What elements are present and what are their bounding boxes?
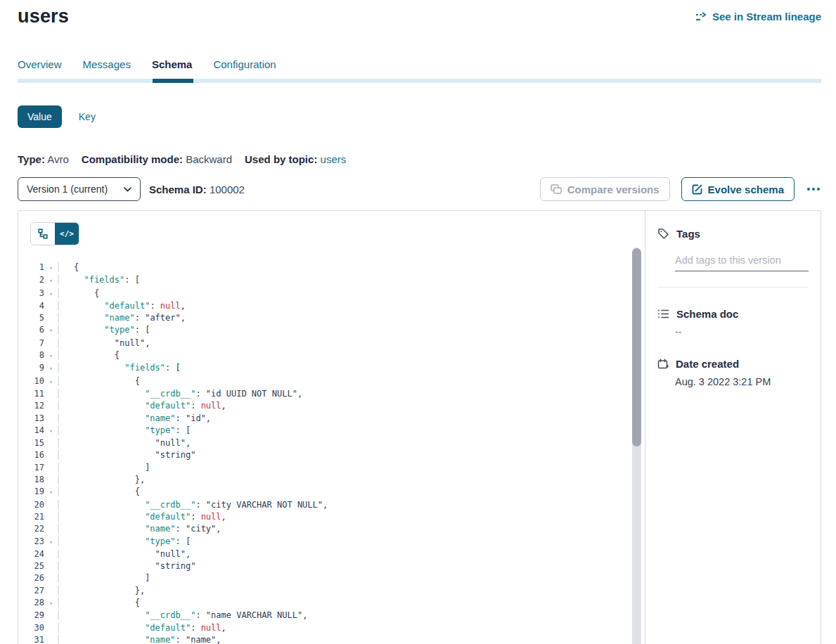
code-text: "type": [ [58,536,191,546]
code-scrollbar[interactable] [632,247,641,644]
code-line: 7"null", [18,337,645,349]
line-number: 28 [18,597,44,609]
evolve-schema-button[interactable]: Evolve schema [681,177,795,201]
code-line: 21"default": null, [18,511,645,523]
line-number: 12 [18,400,44,412]
code-line: 20"__crdb__": "city VARCHAR NOT NULL", [18,499,645,511]
code-text: { [58,487,140,496]
code-line: 29"__crdb__": "name VARCHAR NULL", [18,610,645,622]
compatibility-value: Backward [186,153,232,165]
compatibility-field: Compatibility mode: Backward [82,153,232,165]
line-number: 4 [18,300,44,312]
code-line: 13"name": "id", [18,413,645,425]
view-mode-toggle: </> [30,222,79,245]
collapse-arrow-icon[interactable]: ▾ [44,363,58,375]
more-options-icon [812,188,815,191]
schema-code-area: </> 1▾{2▾"fields": [3▾{4"default": null,… [18,211,645,644]
collapse-arrow-icon[interactable]: ▾ [44,425,58,437]
line-number: 14 [18,425,44,437]
line-number: 6 [18,324,44,336]
collapse-arrow-icon[interactable]: ▾ [44,262,58,274]
code-text: "null", [58,338,150,348]
collapse-arrow-icon[interactable]: ▾ [44,376,58,388]
collapse-arrow-icon[interactable]: ▾ [44,275,58,287]
schema-sidebar: Tags Schema do [645,211,821,644]
tab-messages[interactable]: Messages [83,58,131,70]
tab-overview[interactable]: Overview [18,58,62,70]
line-number: 2 [18,274,44,286]
collapse-arrow-icon[interactable]: ▾ [44,350,58,362]
line-number: 24 [18,548,44,560]
scrollbar-thumb[interactable] [632,248,641,446]
collapse-arrow-icon[interactable]: ▾ [44,487,58,498]
type-value: Avro [47,153,69,165]
code-line: 25"string" [18,560,645,572]
code-text: "default": null, [58,401,226,411]
collapse-arrow-icon[interactable]: ▾ [44,598,58,610]
code-text: "type": [ [58,425,191,435]
code-view-button[interactable]: </> [55,223,79,245]
code-line: 5"name": "after", [18,312,645,324]
page-title: users [18,6,69,27]
compare-versions-button[interactable]: Compare versions [540,177,670,201]
code-line: 18}, [18,474,645,486]
line-number: 1 [18,262,44,273]
code-text: "__crdb__": "id UUID NOT NULL", [58,389,302,399]
type-label: Type: [18,153,45,165]
schema-doc-section: Schema doc -- [657,308,808,337]
line-number: 18 [18,474,44,486]
code-line: 28▾{ [18,597,645,610]
tags-input[interactable] [675,255,809,271]
tab-configuration[interactable]: Configuration [213,58,276,70]
line-number: 25 [18,560,44,572]
code-text: ] [58,573,150,583]
more-options-icon [817,188,820,191]
value-toggle-button[interactable]: Value [18,105,62,128]
code-line: 3▾{ [18,288,645,300]
tags-heading: Tags [657,228,808,240]
code-text: "name": "name", [58,635,221,644]
line-number: 20 [18,499,44,511]
schema-doc-title: Schema doc [676,308,738,320]
line-number: 3 [18,288,44,300]
schema-id-field: Schema ID: 100002 [149,183,245,195]
code-line: 16"string" [18,449,645,461]
key-toggle-button[interactable]: Key [79,111,96,122]
tab-underline-track [18,79,821,83]
code-line: 14▾"type": [ [18,425,645,437]
code-text: "null", [58,549,191,559]
line-number: 7 [18,337,44,349]
topic-link[interactable]: users [321,153,347,165]
code-text: { [58,350,120,360]
line-number: 23 [18,536,44,548]
code-line: 6▾"type": [ [18,324,645,337]
code-line: 27}, [18,585,645,597]
more-options-button[interactable] [806,185,821,193]
toolbar-actions: Compare versions Evolve schema [540,177,821,201]
used-by-topic-field: Used by topic: users [245,153,346,165]
tree-view-button[interactable] [31,223,55,245]
code-view-icon: </> [60,229,74,238]
collapse-arrow-icon[interactable]: ▾ [44,536,58,548]
tab-schema[interactable]: Schema [152,58,193,70]
code-line: 2▾"fields": [ [18,274,645,287]
version-select[interactable]: Version 1 (current) [18,177,141,201]
code-line: 23▾"type": [ [18,536,645,548]
line-number: 21 [18,511,44,523]
code-text: "default": null, [58,301,186,311]
stream-lineage-link[interactable]: See in Stream lineage [695,11,821,22]
code-line: 12"default": null, [18,400,645,412]
stream-lineage-icon [695,12,707,22]
collapse-arrow-icon[interactable]: ▾ [44,325,58,337]
code-line: 1▾{ [18,262,645,274]
code-text: "name": "id", [58,413,211,423]
value-key-toggle: Value Key [18,105,821,128]
line-number: 17 [18,462,44,474]
code-text: }, [58,475,145,484]
collapse-arrow-icon[interactable]: ▾ [44,288,58,300]
line-number: 10 [18,375,44,387]
code-line: 11"__crdb__": "id UUID NOT NULL", [18,388,645,400]
code-text: "__crdb__": "name VARCHAR NULL", [58,610,307,620]
date-created-section: Date created Aug. 3 2022 3:21 PM [657,358,808,387]
code-text: }, [58,586,145,595]
